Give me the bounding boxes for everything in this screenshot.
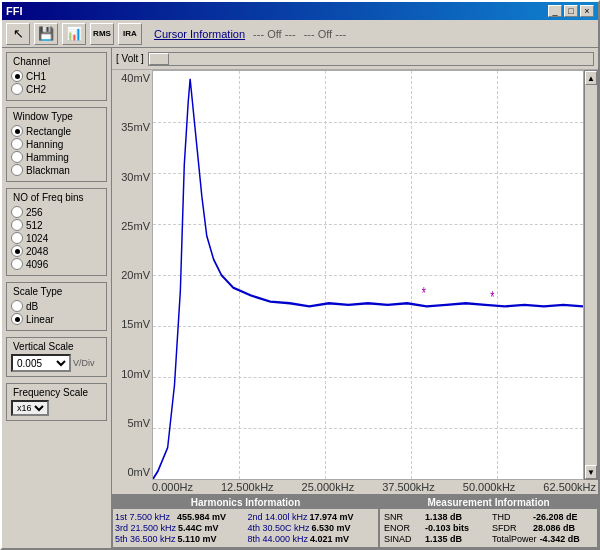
harmonics-panel: Harmonics Information 1st 7.500 kHz 455.…	[112, 495, 379, 548]
frequency-scale-title: Frequency Scale	[11, 387, 90, 398]
maximize-button[interactable]: □	[564, 5, 578, 17]
harm-3rd-key: 3rd 21.500 kHz	[115, 523, 176, 533]
y-label-30mv: 30mV	[112, 171, 150, 183]
bins-1024-radio[interactable]	[11, 232, 23, 244]
vertical-scale-unit: V/Div	[73, 358, 95, 368]
channel-group-title: Channel	[11, 56, 52, 67]
db-radio[interactable]	[11, 300, 23, 312]
meas-sinad-key: SINAD	[384, 534, 422, 544]
bins-256-option[interactable]: 256	[11, 206, 102, 218]
title-bar: FFI _ □ ×	[2, 2, 598, 20]
cursor-tool-button[interactable]: ↖	[6, 23, 30, 45]
y-label-40mv: 40mV	[112, 72, 150, 84]
harm-4th-val: 6.530 mV	[312, 523, 351, 533]
blackman-radio[interactable]	[11, 164, 23, 176]
hamming-radio[interactable]	[11, 151, 23, 163]
bins-512-option[interactable]: 512	[11, 219, 102, 231]
scroll-up-button[interactable]: ▲	[585, 71, 597, 85]
frequency-scale-select[interactable]: x16 x8 x4	[11, 400, 49, 416]
bins-4096-radio[interactable]	[11, 258, 23, 270]
harmonics-row-2: 3rd 21.500 kHz 5.44C mV 4th 30.50C kHz 6…	[115, 523, 376, 533]
cursor-info-area: Cursor Information --- Off --- --- Off -…	[154, 28, 346, 40]
meas-totalpower-val: -4.342 dB	[540, 534, 580, 544]
harmonics-content: 1st 7.500 kHz 455.984 mV 2nd 14.00l kHz …	[113, 509, 378, 547]
ch1-label: CH1	[26, 71, 46, 82]
scroll-down-button[interactable]: ▼	[585, 465, 597, 479]
y-label-35mv: 35mV	[112, 121, 150, 133]
chart-canvas: * *	[152, 70, 584, 480]
info-panels: Harmonics Information 1st 7.500 kHz 455.…	[112, 494, 598, 548]
scale-type-title: Scale Type	[11, 286, 64, 297]
vertical-scale-title: Vertical Scale	[11, 341, 76, 352]
y-label-25mv: 25mV	[112, 220, 150, 232]
meas-sfdr-key: SFDR	[492, 523, 530, 533]
channel-group: Channel CH1 CH2	[6, 52, 107, 101]
rectangle-option[interactable]: Rectangle	[11, 125, 102, 137]
top-scrollbar[interactable]	[148, 52, 594, 66]
chart-line	[153, 79, 583, 479]
x-label-50000hz: 50.000kHz	[463, 481, 516, 493]
bins-512-radio[interactable]	[11, 219, 23, 231]
channel-ch1-option[interactable]: CH1	[11, 70, 102, 82]
bins-256-radio[interactable]	[11, 206, 23, 218]
rectangle-label: Rectangle	[26, 126, 71, 137]
bins-1024-option[interactable]: 1024	[11, 232, 102, 244]
bins-512-label: 512	[26, 220, 43, 231]
blackman-option[interactable]: Blackman	[11, 164, 102, 176]
frequency-scale-group: Frequency Scale x16 x8 x4	[6, 383, 107, 421]
chart-header: [ Volt ]	[112, 48, 598, 70]
x-label-0hz: 0.000Hz	[152, 481, 193, 493]
y-label-20mv: 20mV	[112, 269, 150, 281]
hamming-label: Hamming	[26, 152, 69, 163]
db-option[interactable]: dB	[11, 300, 102, 312]
export-button[interactable]: 📊	[62, 23, 86, 45]
ch2-radio[interactable]	[11, 83, 23, 95]
freq-bins-group: NO of Freq bins 256 512 1024 2048	[6, 188, 107, 276]
linear-option[interactable]: Linear	[11, 313, 102, 325]
meas-snr: SNR 1.138 dB	[384, 512, 484, 522]
hanning-radio[interactable]	[11, 138, 23, 150]
chart-unit-label: [ Volt ]	[116, 53, 144, 64]
meas-thd-val: -26.208 dE	[533, 512, 578, 522]
harm-8th-val: 4.021 mV	[310, 534, 349, 544]
linear-label: Linear	[26, 314, 54, 325]
measurement-content: SNR 1.138 dB THD -26.208 dE ENOR -	[380, 509, 597, 547]
meas-sfdr-val: 28.086 dB	[533, 523, 575, 533]
harm-8th-key: 8th 44.000 kHz	[248, 534, 309, 544]
rectangle-radio[interactable]	[11, 125, 23, 137]
bins-1024-label: 1024	[26, 233, 48, 244]
blackman-label: Blackman	[26, 165, 70, 176]
meas-thd: THD -26.208 dE	[492, 512, 592, 522]
harm-1st-val: 455.984 mV	[177, 512, 226, 522]
scrollbar-thumb[interactable]	[149, 53, 169, 65]
meas-row-1: SNR 1.138 dB THD -26.208 dE	[384, 512, 593, 522]
toolbar: ↖ 💾 📊 RMS IRA Cursor Information --- Off…	[2, 20, 598, 48]
harmonics-row-1: 1st 7.500 kHz 455.984 mV 2nd 14.00l kHz …	[115, 512, 376, 522]
bins-4096-option[interactable]: 4096	[11, 258, 102, 270]
vertical-scale-select[interactable]: 0.005 0.01 0.02	[11, 354, 71, 372]
harm-4th-key: 4th 30.50C kHz	[248, 523, 310, 533]
meas-row-3: SINAD 1.135 dB TotalPower -4.342 dB	[384, 534, 593, 544]
y-label-0mv: 0mV	[112, 466, 150, 478]
linear-radio[interactable]	[11, 313, 23, 325]
rms-button[interactable]: RMS	[90, 23, 114, 45]
right-scrollbar[interactable]: ▲ ▼	[584, 70, 598, 480]
harm-1st-key: 1st 7.500 kHz	[115, 512, 175, 522]
cursor-off2: --- Off ---	[304, 28, 347, 40]
channel-ch2-option[interactable]: CH2	[11, 83, 102, 95]
close-button[interactable]: ×	[580, 5, 594, 17]
title-controls: _ □ ×	[548, 5, 594, 17]
minimize-button[interactable]: _	[548, 5, 562, 17]
bins-2048-option[interactable]: 2048	[11, 245, 102, 257]
marker-1: *	[422, 283, 426, 302]
bins-2048-radio[interactable]	[11, 245, 23, 257]
hamming-option[interactable]: Hamming	[11, 151, 102, 163]
ira-button[interactable]: IRA	[118, 23, 142, 45]
save-button[interactable]: 💾	[34, 23, 58, 45]
hanning-option[interactable]: Hanning	[11, 138, 102, 150]
vertical-scale-group: Vertical Scale 0.005 0.01 0.02 V/Div	[6, 337, 107, 377]
cursor-information-label[interactable]: Cursor Information	[154, 28, 245, 40]
ch1-radio[interactable]	[11, 70, 23, 82]
measurement-panel: Measurement Information SNR 1.138 dB THD…	[379, 495, 598, 548]
harmonics-title: Harmonics Information	[113, 496, 378, 509]
